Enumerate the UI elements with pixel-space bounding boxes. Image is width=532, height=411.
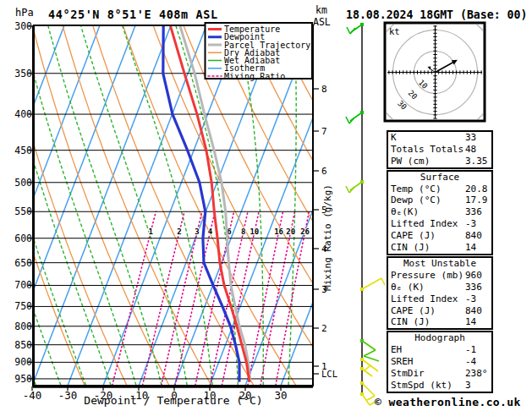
temperature-tick-label: -40 [23, 389, 42, 402]
table-value: 3.35 [465, 156, 488, 167]
table-row: Totals Totals48 [388, 144, 491, 156]
km-tick-label: 7 [321, 126, 327, 137]
table-value: 336 [465, 282, 482, 293]
table-row: Pressure (mb)960 [388, 270, 491, 282]
pressure-tick-label: 700 [14, 279, 32, 291]
table-section-surface: SurfaceTemp (°C)20.8Dewp (°C)17.9θₑ(K)33… [387, 170, 493, 255]
pressure-tick-label: 650 [14, 257, 32, 269]
table-row: CIN (J)14 [388, 242, 491, 254]
wind-barb-dot [360, 288, 364, 291]
wind-barb [364, 350, 376, 356]
pressure-tick-label: 800 [14, 321, 32, 332]
isotherm-line [32, 25, 171, 386]
table-value: 14 [465, 242, 476, 254]
pressure-tick-label: 750 [14, 300, 32, 312]
table-value: 960 [465, 270, 482, 282]
table-label: CIN (J) [391, 242, 430, 254]
wet-adiabat-line [81, 26, 187, 386]
mixing-ratio-line [261, 211, 295, 385]
wind-barb-dot [360, 392, 364, 396]
mixing-ratio-value-label: 8 [241, 227, 245, 236]
wind-barb [347, 27, 350, 34]
wind-barb [364, 356, 379, 361]
mixing-ratio-axis-title: Mixing Ratio (g/kg) [322, 184, 333, 291]
table-section-header: Hodograph [388, 332, 491, 344]
pressure-tick-label: 950 [14, 373, 32, 385]
table-label: CIN (J) [391, 316, 430, 328]
km-tick-label: 2 [321, 323, 327, 334]
table-section-header: Surface [388, 172, 491, 184]
mixing-ratio-value-label: 4 [208, 227, 213, 236]
wind-barb-dot [360, 339, 364, 342]
mixing-ratio-value-label: 26 [300, 227, 310, 236]
wind-barb [362, 341, 376, 350]
pressure-tick-label: 300 [14, 20, 32, 32]
wind-barb [346, 117, 349, 123]
wind-barb-dot [360, 23, 364, 26]
pressure-tick-label: 600 [14, 233, 32, 244]
table-row: SREH-4 [388, 356, 491, 368]
wet-adiabat-line [48, 26, 162, 386]
table-label: θₑ (K) [391, 282, 425, 293]
table-label: Totals Totals [391, 144, 463, 156]
wind-barb-dot [360, 180, 364, 184]
mixing-ratio-value-label: 1 [148, 227, 152, 236]
table-row: K33 [388, 132, 491, 144]
pressure-tick-label: 400 [14, 108, 32, 120]
km-tick-label: 6 [321, 166, 327, 177]
table-label: K [391, 132, 397, 144]
pressure-unit-label: hPa [15, 7, 34, 19]
table-row: StmSpd (kt)3 [388, 380, 491, 392]
wet-adiabat-line [123, 26, 212, 386]
table-label: θₑ(K) [391, 206, 419, 218]
station-title: 44°25'N 8°51'E 408m ASL [48, 8, 218, 21]
copyright-credit: © weatheronline.co.uk [375, 396, 521, 408]
table-section-hodograph: HodographEH-1SREH-4StmDir238°StmSpd (kt)… [387, 331, 493, 393]
table-row: PW (cm)3.35 [388, 156, 491, 167]
wind-barb [381, 278, 385, 285]
wind-barb [362, 383, 375, 396]
table-value: 33 [465, 132, 476, 144]
mixing-ratio-value-label: 3 [195, 227, 199, 236]
table-label: StmDir [391, 368, 425, 380]
table-row: CIN (J)14 [388, 316, 491, 328]
temperature-tick-label: -30 [58, 389, 78, 402]
skewt-sounding-app: 12346810162026 3003504004505005506006507… [0, 0, 532, 411]
indices-table: K33Totals Totals48PW (cm)3.35SurfaceTemp… [387, 0, 496, 411]
wind-barb-dot [360, 367, 364, 370]
table-value: 840 [465, 305, 482, 317]
table-row: θₑ (K)336 [388, 282, 491, 293]
table-label: Dewp (°C) [391, 195, 442, 206]
table-value: -1 [465, 344, 476, 356]
table-row: EH-1 [388, 344, 491, 356]
wind-barb [346, 186, 349, 193]
table-row: StmDir238° [388, 368, 491, 380]
mixing-ratio-line [248, 211, 283, 385]
pressure-tick-label: 550 [14, 206, 32, 217]
pressure-tick-label: 900 [14, 356, 32, 368]
table-value: 3 [465, 380, 471, 392]
wind-barb-dot [360, 381, 364, 385]
table-label: Temp (°C) [391, 184, 442, 195]
pressure-tick-label: 500 [14, 177, 32, 189]
wind-barb [362, 278, 381, 289]
pressure-tick-label: 450 [14, 145, 32, 156]
table-section: K33Totals Totals48PW (cm)3.35 [387, 130, 493, 169]
wet-adiabat-line [0, 26, 11, 386]
table-value: -3 [465, 218, 476, 230]
km-tick-label: 8 [321, 84, 327, 95]
mixing-ratio-value-label: 16 [274, 227, 283, 236]
pressure-tick-label: 850 [14, 339, 32, 351]
mixing-ratio-value-label: 2 [177, 227, 181, 236]
table-value: 17.9 [465, 195, 488, 206]
temperature-tick-label: 30 [274, 389, 287, 402]
table-label: StmSpd (kt) [391, 380, 452, 392]
table-row: Lifted Index-3 [388, 218, 491, 230]
table-section-most-unstable: Most UnstablePressure (mb)960θₑ (K)336Li… [387, 256, 493, 330]
table-value: 840 [465, 230, 482, 242]
table-row: Dewp (°C)17.9 [388, 195, 491, 206]
mixing-ratio-line [162, 211, 202, 385]
lcl-label: LCL [321, 369, 337, 379]
table-label: EH [391, 344, 402, 356]
wind-barb [350, 28, 355, 34]
